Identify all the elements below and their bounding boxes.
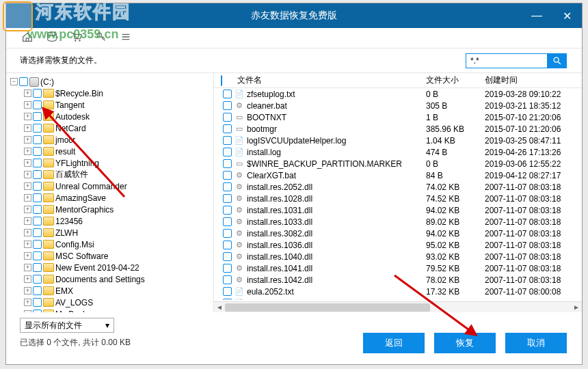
tree-checkbox[interactable] [33, 124, 42, 133]
file-checkbox[interactable] [223, 241, 232, 249]
tree-checkbox[interactable] [33, 170, 42, 179]
file-row[interactable]: ⚙install.res.2052.dll74.02 KB2007-11-07 … [214, 181, 582, 193]
tree-checkbox[interactable] [33, 286, 42, 295]
tree-item-label[interactable]: AmazingSave [55, 193, 106, 203]
tree-item-label[interactable]: YFLightning [55, 159, 99, 168]
tree-root-label[interactable]: (C:) [40, 77, 54, 87]
expand-toggle[interactable]: + [24, 124, 31, 132]
tree-checkbox[interactable] [33, 159, 42, 167]
scroll-thumb[interactable] [225, 303, 430, 312]
file-row[interactable]: 📄eula.1028.txt17.32 KB2007-11-07 08:00:0… [214, 297, 582, 300]
tree-checkbox[interactable] [33, 112, 42, 121]
col-name[interactable]: 文件名 [235, 74, 426, 86]
tree-item-label[interactable]: Autodesk [55, 112, 90, 122]
expand-toggle[interactable]: + [24, 182, 31, 190]
tree-checkbox[interactable] [33, 205, 42, 214]
tree-checkbox[interactable] [33, 182, 42, 191]
expand-toggle[interactable]: + [24, 136, 31, 144]
file-row[interactable]: ▭BOOTNXT1 B2015-07-10 21:20:06 [214, 111, 582, 123]
tree-item-label[interactable]: ZLWH [55, 228, 78, 238]
file-checkbox[interactable] [223, 252, 232, 261]
file-checkbox[interactable] [223, 148, 232, 156]
tree-checkbox[interactable] [33, 89, 42, 98]
tree-item-label[interactable]: result [55, 147, 75, 156]
tree-item-label[interactable]: Documents and Settings [55, 275, 145, 284]
tree-checkbox[interactable] [33, 100, 42, 109]
file-checkbox[interactable] [223, 101, 232, 110]
recover-button[interactable]: 恢复 [434, 333, 496, 353]
tree-item-label[interactable]: New Event 2019-04-22 [55, 263, 139, 273]
file-checkbox[interactable] [223, 287, 232, 296]
file-checkbox[interactable] [223, 194, 232, 203]
close-button[interactable]: ✕ [552, 3, 582, 28]
tree-checkbox[interactable] [19, 77, 28, 86]
file-checkbox[interactable] [223, 229, 232, 238]
file-row[interactable]: 📄zfsetuplog.txt0 B2019-03-28 09:10:22 [214, 88, 582, 100]
expand-toggle[interactable]: + [24, 206, 31, 213]
scroll-left-icon[interactable]: ◄ [214, 302, 225, 313]
expand-toggle[interactable]: + [24, 241, 31, 248]
tree-item-label[interactable]: Tangent [55, 100, 85, 110]
file-row[interactable]: ⚙ClearXGT.bat84 B2019-04-12 08:27:17 [214, 169, 582, 181]
tree-item-label[interactable]: jmocr [55, 135, 75, 145]
file-checkbox[interactable] [223, 171, 232, 180]
tree-checkbox[interactable] [33, 251, 42, 260]
expand-toggle[interactable]: + [24, 264, 31, 271]
select-all-checkbox[interactable] [221, 75, 222, 86]
disk-icon[interactable] [46, 31, 58, 45]
col-ctime[interactable]: 创建时间 [485, 74, 582, 86]
menu-icon[interactable] [120, 31, 132, 45]
file-checkbox[interactable] [223, 113, 232, 122]
file-row[interactable]: ▭$WINRE_BACKUP_PARTITION.MARKER0 B2019-0… [214, 158, 582, 169]
scroll-right-icon[interactable]: ► [571, 302, 582, 313]
expand-toggle[interactable]: + [24, 101, 31, 109]
tree-item-label[interactable]: EMX [55, 286, 73, 296]
tree-checkbox[interactable] [33, 263, 42, 272]
file-checkbox[interactable] [223, 264, 232, 273]
file-row[interactable]: ⚙install.res.1028.dll74.52 KB2007-11-07 … [214, 193, 582, 204]
file-row[interactable]: ⚙install.res.3082.dll94.02 KB2007-11-07 … [214, 228, 582, 239]
file-checkbox[interactable] [223, 159, 232, 168]
file-row[interactable]: ⚙install.res.1031.dll94.02 KB2007-11-07 … [214, 204, 582, 216]
file-row[interactable]: ⚙install.res.1040.dll93.02 KB2007-11-07 … [214, 251, 582, 262]
expand-toggle[interactable]: + [24, 217, 31, 225]
file-checkbox[interactable] [223, 275, 232, 284]
cart-icon[interactable] [70, 31, 83, 45]
file-checkbox[interactable] [223, 182, 232, 191]
tree-item-label[interactable]: AV_LOGS [55, 298, 93, 308]
expand-toggle[interactable]: + [24, 90, 31, 97]
tree-checkbox[interactable] [33, 135, 42, 144]
tree-checkbox[interactable] [33, 217, 42, 226]
file-row[interactable]: 📄logISVCUUpdateHelper.log1.04 KB2019-03-… [214, 135, 582, 146]
tree-checkbox[interactable] [33, 228, 42, 237]
expand-toggle[interactable]: + [24, 229, 31, 236]
file-checkbox[interactable] [223, 217, 232, 226]
file-row[interactable]: ⚙install.res.1036.dll95.02 KB2007-11-07 … [214, 239, 582, 251]
file-row[interactable]: ⚙install.res.1042.dll78.02 KB2007-11-07 … [214, 274, 582, 286]
tree-checkbox[interactable] [33, 298, 42, 307]
file-row[interactable]: ⚙cleaner.bat305 B2019-03-21 18:35:12 [214, 100, 582, 111]
tree-checkbox[interactable] [33, 147, 42, 156]
expand-toggle[interactable]: + [24, 252, 31, 260]
cancel-button[interactable]: 取消 [505, 333, 567, 353]
expand-toggle[interactable]: + [24, 299, 31, 306]
folder-tree[interactable]: − (C:) +$Recycle.Bin+Tangent+Autodesk+Ne… [6, 73, 214, 312]
file-checkbox[interactable] [223, 299, 232, 300]
file-checkbox[interactable] [223, 90, 232, 98]
home-icon[interactable] [21, 31, 34, 45]
file-row[interactable]: ▭bootmgr385.96 KB2015-07-10 21:20:06 [214, 123, 582, 135]
tree-item-label[interactable]: MSC Software [55, 251, 108, 261]
expand-toggle[interactable]: + [24, 148, 31, 155]
file-checkbox[interactable] [223, 136, 232, 145]
expand-toggle[interactable]: + [24, 171, 31, 178]
col-size[interactable]: 文件大小 [426, 74, 485, 86]
expand-toggle[interactable]: + [24, 287, 31, 295]
file-row[interactable]: ⚙install.res.1033.dll89.02 KB2007-11-07 … [214, 216, 582, 228]
tree-item-label[interactable]: Unreal Commander [55, 182, 127, 191]
expand-toggle[interactable]: + [24, 159, 31, 167]
file-filter-dropdown[interactable]: 显示所有的文件 ▾ [20, 318, 114, 333]
file-row[interactable]: 📄install.log474 B2019-04-26 17:13:26 [214, 146, 582, 158]
file-row[interactable]: ⚙install.res.1041.dll79.52 KB2007-11-07 … [214, 262, 582, 274]
tree-checkbox[interactable] [33, 240, 42, 249]
file-checkbox[interactable] [223, 206, 232, 215]
